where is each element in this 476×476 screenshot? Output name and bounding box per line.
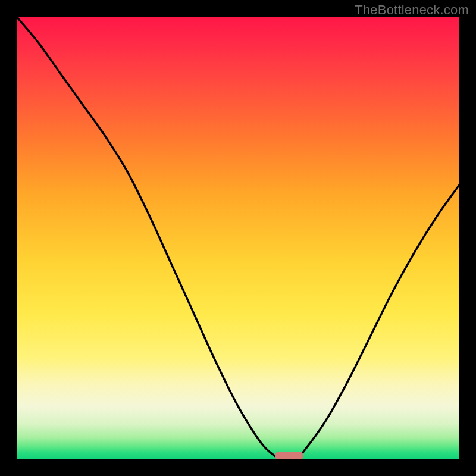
- chart-frame: TheBottleneck.com: [0, 0, 476, 476]
- optimal-marker: [275, 452, 303, 459]
- curve-svg: [17, 17, 459, 459]
- bottleneck-curve: [17, 17, 459, 459]
- plot-area: [17, 17, 459, 459]
- watermark-text: TheBottleneck.com: [355, 2, 469, 18]
